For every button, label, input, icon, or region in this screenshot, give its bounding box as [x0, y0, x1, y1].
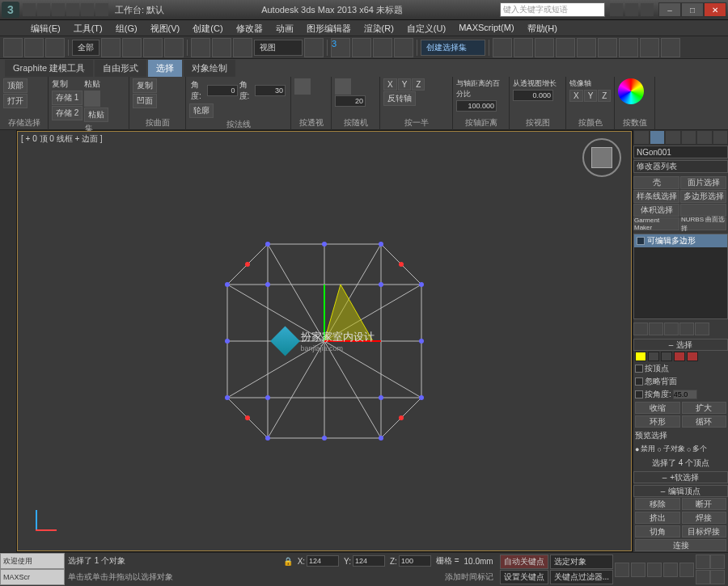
viewcube[interactable]	[582, 138, 621, 177]
pin-stack-icon[interactable]	[633, 323, 648, 335]
qat-save-icon[interactable]	[52, 3, 65, 16]
x-coord-input[interactable]	[307, 555, 339, 567]
time-tag-button[interactable]: 添加时间标记	[445, 571, 493, 583]
qat-open-icon[interactable]	[37, 3, 50, 16]
x-button[interactable]: X	[383, 78, 397, 91]
subobj-border-icon[interactable]	[661, 352, 672, 361]
patch-select-button[interactable]: 面片选择	[680, 176, 726, 189]
viewport[interactable]: [ + 0 顶 0 线框 + 边面 ] 扮家家室内设计banjiajia.com…	[17, 131, 632, 551]
mz-button[interactable]: Z	[598, 90, 611, 102]
color-wheel-icon[interactable]	[618, 78, 644, 104]
ribbon-tab-objpaint[interactable]: 对象绘制	[184, 60, 235, 77]
menu-edit[interactable]: 编辑(E)	[24, 20, 67, 36]
y-button[interactable]: Y	[398, 78, 412, 91]
menu-modifiers[interactable]: 修改器	[230, 20, 269, 36]
spinner-snap-icon[interactable]	[394, 38, 413, 57]
prev-frame-icon[interactable]	[631, 563, 645, 577]
viewgrow-input[interactable]	[513, 90, 553, 101]
pan-icon[interactable]	[696, 554, 710, 569]
keymode-dropdown[interactable]: 选定对象	[550, 554, 613, 569]
subobj-vertex-icon[interactable]	[635, 352, 646, 361]
play-icon[interactable]	[647, 563, 662, 577]
menu-maxscript[interactable]: MAXScript(M)	[452, 20, 520, 36]
next-frame-icon[interactable]	[663, 563, 678, 577]
snap-toggle-icon[interactable]: 3	[331, 38, 350, 57]
grow-button[interactable]: 扩大	[682, 402, 727, 414]
target-weld-button[interactable]: 目标焊接	[682, 525, 727, 538]
modify-tab-icon[interactable]	[650, 130, 666, 145]
utilities-tab-icon[interactable]	[713, 130, 729, 145]
goto-end-icon[interactable]	[679, 563, 694, 577]
remove-mod-icon[interactable]	[679, 323, 694, 335]
ribbon-tab-select[interactable]: 选择	[148, 60, 182, 77]
extrude-button[interactable]: 挤出	[635, 512, 680, 524]
nurbs-button[interactable]: NURBS 曲面选择	[680, 217, 726, 230]
connect-button[interactable]: 连接	[635, 539, 726, 551]
keyfilter-button[interactable]: 关键点过滤器...	[550, 570, 613, 584]
poly-select-button[interactable]: 多边形选择	[680, 190, 726, 203]
store1-button[interactable]: 存储 1	[52, 91, 83, 105]
preview-off-radio[interactable]: 禁用	[641, 444, 655, 454]
top-button[interactable]: 顶部	[3, 78, 28, 93]
menu-group[interactable]: 组(G)	[109, 20, 144, 36]
refcoord-dropdown[interactable]: 视图	[254, 40, 303, 56]
autokey-button[interactable]: 自动关键点	[500, 554, 548, 569]
bind-icon[interactable]	[45, 38, 65, 57]
show-end-icon[interactable]	[649, 323, 663, 335]
remove-button[interactable]: 移除	[635, 498, 680, 510]
favorite-icon[interactable]	[625, 3, 638, 16]
welcome-tab[interactable]: 欢迎使用	[0, 553, 65, 569]
garment-button[interactable]: Garment Maker	[633, 217, 679, 230]
mirror-icon[interactable]	[493, 38, 512, 57]
menu-graph[interactable]: 图形编辑器	[300, 20, 358, 36]
maximize-vp-icon[interactable]	[710, 570, 725, 584]
maxscript-tab[interactable]: MAXScr	[0, 569, 65, 585]
render-icon[interactable]	[661, 38, 680, 57]
store2-button[interactable]: 存储 2	[52, 106, 83, 120]
orbit-icon[interactable]	[696, 570, 710, 584]
menu-customize[interactable]: 自定义(U)	[400, 20, 452, 36]
lock-icon[interactable]: 🔒	[283, 557, 293, 566]
angle-snap-icon[interactable]	[352, 38, 371, 57]
angle2-input[interactable]	[255, 85, 286, 96]
preview-subobj-radio[interactable]: 子对象	[663, 444, 685, 454]
named-selection-dropdown[interactable]: 创建选择集	[421, 40, 485, 56]
shrink-button[interactable]: 收缩	[635, 402, 680, 414]
mesh-geometry[interactable]	[211, 228, 438, 454]
rollout-soft[interactable]: + 软选择	[633, 471, 728, 483]
ignore-backface-checkbox[interactable]	[635, 377, 643, 386]
ribbon-tab-freeform[interactable]: 自由形式	[95, 60, 146, 77]
align-icon[interactable]	[514, 38, 533, 57]
unique-icon[interactable]	[664, 323, 679, 335]
setkey-button[interactable]: 设置关键点	[500, 570, 548, 584]
copy2-button[interactable]: 复制	[133, 78, 157, 93]
subobj-element-icon[interactable]	[687, 352, 698, 361]
scale-icon[interactable]	[233, 38, 252, 57]
loop-button[interactable]: 轮廓	[189, 103, 214, 118]
selection-filter-dropdown[interactable]: 全部	[72, 40, 99, 56]
menu-help[interactable]: 帮助(H)	[521, 20, 564, 36]
y-coord-input[interactable]	[353, 555, 385, 567]
qat-undo-icon[interactable]	[66, 3, 79, 16]
display-tab-icon[interactable]	[696, 130, 713, 145]
open-button[interactable]: 打开	[3, 94, 28, 108]
object-name-field[interactable]: NGon001	[633, 145, 728, 158]
flip-button[interactable]: 反转轴	[383, 91, 416, 106]
unlink-icon[interactable]	[24, 38, 44, 57]
axisdist-input[interactable]	[456, 100, 497, 112]
zoom-icon[interactable]	[710, 554, 725, 569]
minimize-button[interactable]: –	[658, 2, 681, 17]
move-icon[interactable]	[191, 38, 210, 57]
menu-view[interactable]: 视图(V)	[144, 20, 187, 36]
pivot-icon[interactable]	[304, 38, 324, 57]
menu-animation[interactable]: 动画	[269, 20, 300, 36]
select-name-icon[interactable]	[122, 38, 142, 57]
curve-editor-icon[interactable]	[556, 38, 575, 57]
maximize-button[interactable]: □	[681, 2, 704, 17]
z-coord-input[interactable]	[399, 555, 431, 567]
schematic-icon[interactable]	[577, 38, 596, 57]
render-setup-icon[interactable]	[619, 38, 638, 57]
window-crossing-icon[interactable]	[164, 38, 184, 57]
select-icon[interactable]	[101, 38, 121, 57]
percent-snap-icon[interactable]	[373, 38, 392, 57]
